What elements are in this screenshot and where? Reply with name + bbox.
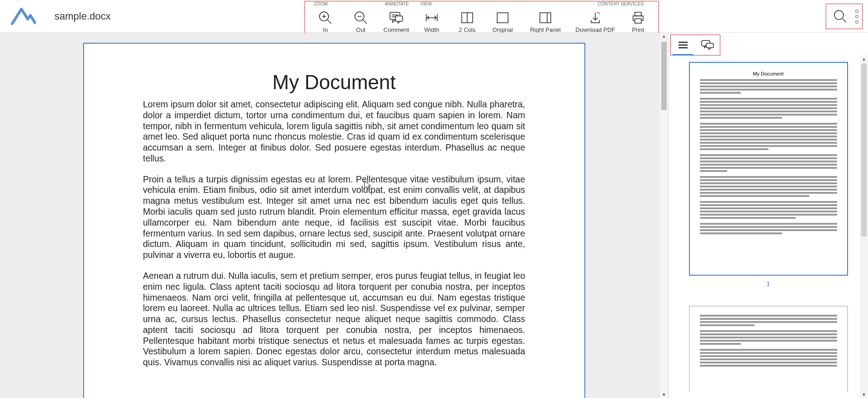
right-panel-icon xyxy=(539,10,552,25)
zoom-group-label: ZOOM xyxy=(308,1,328,8)
print-button[interactable]: Print xyxy=(620,8,656,33)
document-paragraph: Lorem ipsum dolor sit amet, consectetur … xyxy=(143,99,525,164)
search-button[interactable] xyxy=(833,9,848,24)
svg-line-1 xyxy=(328,20,331,24)
svg-rect-10 xyxy=(395,16,403,21)
vertical-scrollbar[interactable]: ▲ ▼ xyxy=(660,33,668,398)
original-icon xyxy=(496,10,509,25)
thumbnail-list[interactable]: My Document 1 xyxy=(668,55,868,392)
download-icon xyxy=(589,10,602,25)
zoom-in-icon xyxy=(319,10,332,25)
document-paragraph: Proin a tellus a turpis dignissim egesta… xyxy=(143,174,525,261)
original-button[interactable]: Original xyxy=(485,8,520,33)
zoom-out-button[interactable]: Out xyxy=(343,8,379,33)
right-panel-tabs xyxy=(670,35,720,55)
right-panel-scrollbar[interactable]: ▲ ▼ xyxy=(860,55,868,398)
thumbnail-preview-lines xyxy=(700,315,837,367)
comment-icon xyxy=(389,10,404,25)
comment-button[interactable]: Comment xyxy=(379,8,414,33)
scroll-thumb[interactable] xyxy=(861,64,867,237)
more-menu-button[interactable] xyxy=(855,10,858,24)
fit-width-button[interactable]: Width xyxy=(414,8,449,33)
zoom-out-icon xyxy=(354,10,368,25)
svg-point-23 xyxy=(834,10,843,20)
svg-line-24 xyxy=(843,19,846,22)
document-title: My Document xyxy=(143,71,525,94)
thumbnail-page-number: 1 xyxy=(682,280,854,287)
document-paragraph: Aenean a rutrum dui. Nulla iaculis, sem … xyxy=(143,271,525,368)
two-cols-button[interactable]: 2 Cols xyxy=(449,8,485,33)
svg-rect-22 xyxy=(635,19,641,23)
svg-line-5 xyxy=(363,20,367,24)
comments-tab[interactable] xyxy=(695,35,720,55)
annotate-group-label: ANNOTATE xyxy=(379,1,409,8)
list-icon xyxy=(677,40,689,50)
fit-width-icon xyxy=(424,10,439,25)
print-icon xyxy=(631,10,645,25)
svg-rect-16 xyxy=(497,13,508,23)
download-pdf-button[interactable]: Download PDF xyxy=(570,8,620,33)
document-viewport[interactable]: My Document Lorem ipsum dolor sit amet, … xyxy=(0,33,668,398)
svg-rect-20 xyxy=(635,12,641,16)
two-cols-icon xyxy=(460,10,474,25)
header-bar: sample.docx ZOOM In xyxy=(0,0,868,33)
scroll-up-arrow[interactable]: ▲ xyxy=(662,34,666,39)
zoom-in-button[interactable]: In xyxy=(308,8,343,33)
scroll-down-arrow[interactable]: ▼ xyxy=(662,392,666,397)
view-group-label: VIEW xyxy=(414,1,432,8)
app-logo xyxy=(9,5,36,28)
thumbnails-tab[interactable] xyxy=(671,35,695,55)
document-page: My Document Lorem ipsum dolor sit amet, … xyxy=(83,43,585,398)
content-services-group-label: CONTENT SERVICES xyxy=(570,1,644,8)
scroll-down-arrow[interactable]: ▼ xyxy=(862,392,866,397)
comments-icon xyxy=(701,40,714,50)
svg-rect-17 xyxy=(540,13,551,23)
header-right-controls xyxy=(826,4,863,29)
thumbnail-preview-lines xyxy=(700,79,837,234)
scroll-up-arrow[interactable]: ▲ xyxy=(862,56,866,61)
thumbnail-page-2[interactable] xyxy=(689,306,848,392)
thumbnail-page-1[interactable]: My Document xyxy=(689,62,848,276)
svg-rect-29 xyxy=(706,43,713,48)
right-panel-button[interactable]: Right Panel xyxy=(520,8,570,33)
scroll-thumb[interactable] xyxy=(661,42,667,110)
filename-label: sample.docx xyxy=(55,10,111,22)
right-panel: My Document 1 xyxy=(668,33,868,398)
main-toolbar: ZOOM In Out xyxy=(304,1,659,35)
